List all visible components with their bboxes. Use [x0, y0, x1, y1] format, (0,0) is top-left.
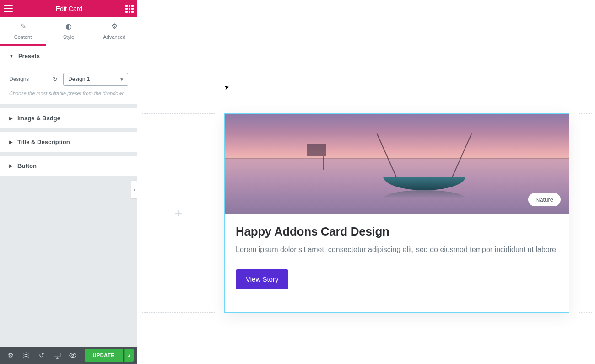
- collapse-sidebar-button[interactable]: ‹: [131, 181, 138, 199]
- card-button[interactable]: View Story: [236, 269, 288, 289]
- panel-title: Edit Card: [13, 5, 125, 12]
- update-button[interactable]: UPDATE: [85, 349, 123, 362]
- editor-tabs: ✎ Content ◐ Style ⚙ Advanced: [0, 17, 137, 46]
- section-presets: ▼ Presets Designs ↻ ▼ Choose the most su…: [0, 46, 137, 105]
- widgets-icon[interactable]: [125, 5, 134, 13]
- designs-help: Choose the most suitable preset from the…: [9, 90, 128, 97]
- card-title: Happy Addons Card Design: [236, 225, 558, 239]
- card-badge: Nature: [528, 193, 561, 206]
- chevron-right-icon: ▶: [9, 116, 13, 121]
- add-column-placeholder[interactable]: +: [142, 113, 215, 313]
- card-image: Nature: [225, 114, 569, 214]
- sidebar-header: Edit Card: [0, 0, 137, 17]
- settings-icon[interactable]: ⚙: [4, 348, 17, 362]
- section-title-desc-header[interactable]: ▶ Title & Description: [0, 132, 137, 152]
- preview-icon[interactable]: [66, 348, 80, 362]
- editor-sidebar: Edit Card ✎ Content ◐ Style ⚙ Advanced ▼…: [0, 0, 137, 364]
- sidebar-footer: ⚙ ↺ UPDATE ▲: [0, 347, 137, 364]
- contrast-icon: ◐: [46, 22, 92, 31]
- responsive-icon[interactable]: [50, 348, 64, 362]
- tab-style[interactable]: ◐ Style: [46, 17, 92, 46]
- card-description: Lorem ipsum dolor sit amet, consectetur …: [236, 244, 558, 256]
- plus-icon: +: [175, 206, 182, 220]
- chevron-down-icon: ▼: [9, 54, 14, 59]
- section-button-header[interactable]: ▶ Button: [0, 156, 137, 176]
- history-icon[interactable]: ↺: [35, 348, 49, 362]
- cursor-icon: ➤: [223, 83, 231, 92]
- section-presets-header[interactable]: ▼ Presets: [0, 46, 137, 66]
- designs-label: Designs: [9, 76, 29, 82]
- navigator-icon[interactable]: [19, 348, 33, 362]
- designs-select[interactable]: [63, 73, 128, 86]
- chevron-right-icon: ▶: [9, 139, 13, 145]
- pencil-icon: ✎: [0, 22, 46, 31]
- section-button: ▶ Button: [0, 156, 137, 176]
- section-image-badge-header[interactable]: ▶ Image & Badge: [0, 108, 137, 128]
- tab-advanced[interactable]: ⚙ Advanced: [92, 17, 137, 46]
- menu-icon[interactable]: [4, 5, 13, 12]
- section-image-badge: ▶ Image & Badge: [0, 108, 137, 128]
- svg-point-1: [72, 354, 74, 356]
- next-column-placeholder[interactable]: [579, 113, 592, 313]
- reset-icon[interactable]: ↻: [50, 75, 60, 84]
- tab-content[interactable]: ✎ Content: [0, 17, 46, 46]
- update-options-button[interactable]: ▲: [124, 349, 134, 362]
- chevron-right-icon: ▶: [9, 163, 13, 168]
- svg-rect-0: [54, 353, 60, 357]
- preview-canvas[interactable]: + Nature Happy Addons Card Design Lorem …: [137, 0, 595, 364]
- card-widget[interactable]: Nature Happy Addons Card Design Lorem ip…: [224, 113, 569, 313]
- gear-icon: ⚙: [92, 22, 137, 31]
- section-title-desc: ▶ Title & Description: [0, 132, 137, 152]
